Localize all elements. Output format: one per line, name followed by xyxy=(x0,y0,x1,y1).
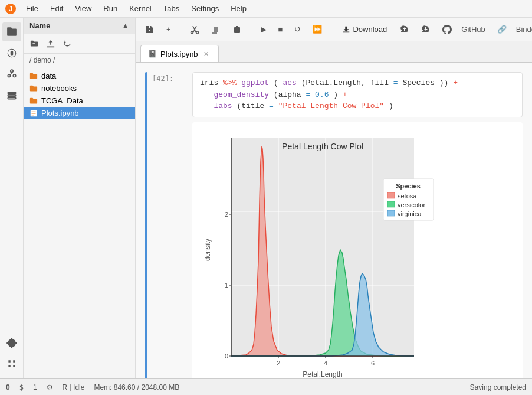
menu-run[interactable]: Run xyxy=(98,3,122,14)
add-cell-btn[interactable]: + xyxy=(162,22,176,36)
tab-plots[interactable]: 📓 Plots.ipynb ✕ xyxy=(140,45,219,62)
svg-text:virginica: virginica xyxy=(398,210,422,217)
svg-rect-4 xyxy=(8,92,16,93)
git-icon-btn[interactable] xyxy=(2,65,21,84)
svg-text:density: density xyxy=(203,238,212,260)
stop-btn[interactable]: ■ xyxy=(274,22,288,36)
menu-help[interactable]: Help xyxy=(226,3,251,14)
notebook-toolbar: + ▶ ■ ↺ ⏩ Download xyxy=(136,18,532,41)
extension-icon-btn[interactable] xyxy=(2,355,21,374)
cut-btn[interactable] xyxy=(185,22,204,37)
svg-rect-3 xyxy=(10,51,13,56)
collapse-icon[interactable]: ▲ xyxy=(121,21,129,30)
code-cell: [42]: iris %>% ggplot ( aes (Petal.Lengt… xyxy=(145,72,523,378)
svg-rect-37 xyxy=(387,192,395,198)
svg-text:Species: Species xyxy=(396,182,421,190)
file-item-notebooks[interactable]: notebooks xyxy=(24,82,135,94)
svg-text:setosa: setosa xyxy=(398,192,417,200)
cell-output: 0 1 2 2 4 6 xyxy=(192,122,523,379)
sidebar-bottom-icons xyxy=(2,334,21,378)
svg-text:0: 0 xyxy=(225,352,228,360)
main-area: Name ▲ / demo / data notebooks xyxy=(0,18,532,378)
svg-text:Petal Length Cow Plol: Petal Length Cow Plol xyxy=(282,142,363,151)
svg-rect-5 xyxy=(8,95,16,96)
github-label: GitHub xyxy=(457,22,490,36)
refresh-btn[interactable] xyxy=(60,37,74,51)
tab-notebook-icon: 📓 xyxy=(148,50,157,58)
restart-btn[interactable]: ↺ xyxy=(290,22,306,36)
menu-tabs[interactable]: Tabs xyxy=(159,3,184,14)
cloud-download-btn[interactable] xyxy=(416,22,435,37)
binder-btn[interactable]: 🔗 xyxy=(492,22,511,36)
file-item-plots[interactable]: Plots.ipynb xyxy=(24,107,135,119)
svg-rect-41 xyxy=(387,210,395,216)
code-line-1: iris %>% ggplot ( aes (Petal.Length, fil… xyxy=(200,77,515,89)
notebook-area: + ▶ ■ ↺ ⏩ Download xyxy=(136,18,532,378)
files-icon-btn[interactable] xyxy=(2,22,21,41)
file-browser-title: Name xyxy=(29,21,121,30)
binder-label: Binder xyxy=(511,22,532,36)
run-btn[interactable]: ▶ xyxy=(256,22,271,36)
tab-bar: 📓 Plots.ipynb ✕ xyxy=(136,41,532,63)
cell-container: [42]: iris %>% ggplot ( aes (Petal.Lengt… xyxy=(136,63,532,378)
code-line-3: labs (title = "Petal Length Cow Plol" ) xyxy=(200,100,515,112)
app-logo: J xyxy=(5,3,17,15)
svg-rect-10 xyxy=(234,27,240,33)
fast-forward-btn[interactable]: ⏩ xyxy=(308,22,327,36)
svg-text:versicolor: versicolor xyxy=(398,201,425,208)
paste-btn[interactable] xyxy=(228,22,247,37)
github-btn[interactable] xyxy=(438,22,457,37)
status-zero: 0 xyxy=(6,383,10,391)
new-folder-btn[interactable] xyxy=(27,37,41,51)
copy-btn[interactable] xyxy=(206,22,225,37)
running-icon-btn[interactable] xyxy=(2,44,21,63)
cell-active-line xyxy=(145,72,147,378)
kernel-status: R | Idle xyxy=(63,383,85,391)
cell-code[interactable]: iris %>% ggplot ( aes (Petal.Length, fil… xyxy=(192,72,523,117)
command-icon-btn[interactable] xyxy=(2,86,21,105)
svg-text:1: 1 xyxy=(225,282,228,289)
cell-body: iris %>% ggplot ( aes (Petal.Length, fil… xyxy=(192,72,523,378)
svg-text:2: 2 xyxy=(277,360,280,367)
file-item-data[interactable]: data xyxy=(24,70,135,82)
svg-text:J: J xyxy=(9,6,12,12)
tab-close-btn[interactable]: ✕ xyxy=(202,49,211,58)
save-btn[interactable] xyxy=(140,22,159,37)
svg-text:2: 2 xyxy=(225,211,228,218)
file-item-tcga[interactable]: TCGA_Data xyxy=(24,94,135,107)
plot-container: 0 1 2 2 4 6 xyxy=(197,127,518,379)
file-path: / demo / xyxy=(24,54,135,67)
menu-settings[interactable]: Settings xyxy=(186,3,224,14)
svg-text:6: 6 xyxy=(371,360,375,367)
menu-kernel[interactable]: Kernel xyxy=(124,3,156,14)
code-line-2: geom_density (alpha = 0.6 ) + xyxy=(200,89,515,101)
cloud-upload-btn[interactable] xyxy=(395,22,414,37)
svg-text:Petal.Length: Petal.Length xyxy=(303,370,342,378)
download-btn[interactable]: Download xyxy=(336,22,393,36)
memory-usage: Mem: 846.60 / 2048.00 MB xyxy=(94,383,179,391)
status-kernel-info: R | Idle xyxy=(63,383,85,391)
svg-point-9 xyxy=(196,31,198,34)
file-browser-header: Name ▲ xyxy=(24,18,135,34)
svg-rect-39 xyxy=(387,201,395,207)
menu-view[interactable]: View xyxy=(70,3,96,14)
upload-btn[interactable] xyxy=(44,37,58,51)
status-number: 1 xyxy=(33,383,37,391)
density-plot: 0 1 2 2 4 6 xyxy=(202,132,449,379)
settings-icon-btn[interactable] xyxy=(2,334,21,352)
save-status: Saving completed xyxy=(470,383,526,391)
menu-edit[interactable]: Edit xyxy=(45,3,68,14)
menubar: J File Edit View Run Kernel Tabs Setting… xyxy=(0,0,532,18)
svg-rect-6 xyxy=(8,97,16,99)
status-gear[interactable]: ⚙ xyxy=(47,383,53,391)
cell-prompt: [42]: xyxy=(152,72,188,378)
menu-file[interactable]: File xyxy=(21,3,43,14)
status-terminal-icon: $ xyxy=(19,383,24,391)
svg-point-8 xyxy=(191,31,193,34)
svg-text:4: 4 xyxy=(324,360,327,367)
file-browser-actions xyxy=(24,34,135,54)
status-bar: 0 $ 1 ⚙ R | Idle Mem: 846.60 / 2048.00 M… xyxy=(0,378,532,395)
sidebar-icons xyxy=(0,18,24,378)
file-tree: data notebooks TCGA_Data Plots.ipynb xyxy=(24,67,135,378)
tab-label: Plots.ipynb xyxy=(160,50,198,58)
